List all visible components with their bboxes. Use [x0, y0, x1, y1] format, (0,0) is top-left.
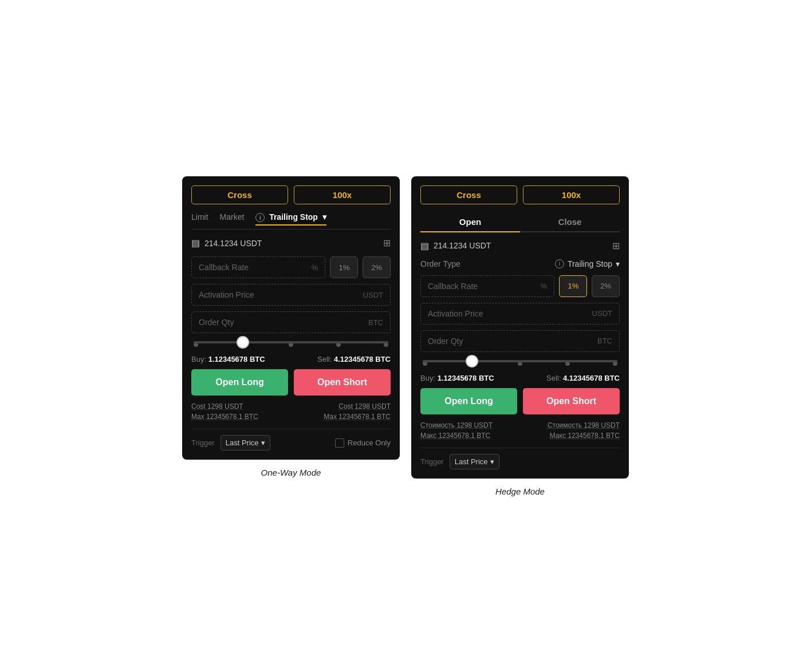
right-top-buttons: Cross 100x: [420, 185, 620, 204]
left-card-icon: ▤: [191, 238, 200, 248]
left-balance-value: 214.1234 USDT: [204, 239, 262, 248]
left-trigger-select[interactable]: Last Price ▾: [221, 435, 270, 450]
right-order-qty-label: Order Qty: [428, 337, 463, 346]
right-info-icon: i: [555, 259, 564, 268]
right-trigger-select[interactable]: Last Price ▾: [450, 454, 499, 469]
right-cross-button[interactable]: Cross: [420, 185, 517, 204]
right-open-long-button[interactable]: Open Long: [420, 388, 517, 414]
left-action-buttons: Open Long Open Short: [191, 369, 391, 396]
right-activation-price-row[interactable]: Activation Price USDT: [420, 303, 620, 325]
left-slider-container[interactable]: [191, 341, 391, 347]
right-buysell-row: Buy: 1.12345678 BTC Sell: 4.12345678 BTC: [420, 374, 620, 382]
right-order-qty-unit: BTC: [597, 337, 612, 345]
left-calc-icon[interactable]: ⊞: [383, 238, 391, 248]
left-tab-trailing-stop[interactable]: i Trailing Stop ▾: [255, 212, 326, 226]
right-balance-value: 214.1234 USDT: [434, 241, 491, 250]
right-sell-label: Sell: 4.12345678 BTC: [546, 374, 620, 382]
right-buy-label: Buy: 1.12345678 BTC: [420, 374, 494, 382]
right-open-short-button[interactable]: Open Short: [523, 388, 620, 414]
right-callback-unit: %: [541, 282, 548, 290]
right-order-type-value: Trailing Stop: [568, 259, 612, 268]
left-callback-input[interactable]: Callback Rate %: [191, 256, 325, 278]
right-order-type-row: Order Type i Trailing Stop ▾: [420, 259, 620, 268]
right-max-left: Макс 12345678.1 BTC: [420, 432, 490, 440]
left-leverage-button[interactable]: 100x: [294, 185, 391, 204]
left-last-price-label: Last Price: [226, 438, 259, 447]
left-cross-button[interactable]: Cross: [191, 185, 288, 204]
left-order-qty-label: Order Qty: [199, 318, 234, 327]
right-panel-wrapper: Cross 100x Open Close ▤ 214.1234 USDT ⊞ …: [411, 176, 629, 496]
left-max-row: Max 12345678.1 BTC Max 12345678.1 BTC: [191, 413, 391, 421]
left-tab-limit[interactable]: Limit: [191, 212, 208, 226]
panels-container: Cross 100x Limit Market i Trailing Stop …: [182, 176, 629, 496]
left-panel: Cross 100x Limit Market i Trailing Stop …: [182, 176, 400, 460]
right-cost-right: Стоимость 1298 USDT: [548, 421, 620, 429]
left-trigger-chevron: ▾: [261, 438, 265, 447]
right-tab-close[interactable]: Close: [520, 212, 620, 232]
right-trigger-row: Trigger Last Price ▾: [420, 448, 620, 469]
right-slider-track: [423, 360, 617, 362]
right-card-icon: ▤: [420, 240, 429, 251]
left-max-right: Max 12345678.1 BTC: [324, 413, 391, 421]
right-order-type-label: Order Type: [420, 259, 460, 268]
right-order-qty-row[interactable]: Order Qty BTC: [420, 330, 620, 352]
left-order-tabs: Limit Market i Trailing Stop ▾: [191, 212, 391, 230]
left-callback-row: Callback Rate % 1% 2%: [191, 256, 391, 278]
right-callback-btn1[interactable]: 1%: [559, 275, 587, 297]
left-cost-right: Cost 1298 USDT: [338, 402, 391, 410]
right-max-right: Макс 12345678.1 BTC: [550, 432, 620, 440]
left-slider-track: [194, 341, 388, 343]
right-order-type-selector[interactable]: i Trailing Stop ▾: [555, 259, 620, 268]
left-activation-price-row[interactable]: Activation Price USDT: [191, 284, 391, 306]
left-reduce-only-checkbox[interactable]: [335, 438, 344, 448]
left-order-qty-row[interactable]: Order Qty BTC: [191, 311, 391, 333]
right-hedge-tabs: Open Close: [420, 212, 620, 232]
right-order-type-chevron: ▾: [616, 259, 620, 268]
right-action-buttons: Open Long Open Short: [420, 388, 620, 414]
left-buy-label: Buy: 1.12345678 BTC: [191, 355, 265, 363]
right-panel: Cross 100x Open Close ▤ 214.1234 USDT ⊞ …: [411, 176, 629, 479]
left-trigger-row: Trigger Last Price ▾ Reduce Only: [191, 429, 391, 450]
left-tab-market[interactable]: Market: [220, 212, 245, 226]
left-buysell-row: Buy: 1.12345678 BTC Sell: 4.12345678 BTC: [191, 355, 391, 363]
right-cost-row: Стоимость 1298 USDT Стоимость 1298 USDT: [420, 421, 620, 429]
right-trigger-chevron: ▾: [490, 457, 494, 466]
right-slider-container[interactable]: [420, 360, 620, 366]
left-panel-label: One-Way Mode: [261, 468, 321, 477]
left-sell-label: Sell: 4.12345678 BTC: [317, 355, 391, 363]
left-cost-row: Cost 1298 USDT Cost 1298 USDT: [191, 402, 391, 410]
left-reduce-only-label: Reduce Only: [348, 438, 391, 447]
left-panel-wrapper: Cross 100x Limit Market i Trailing Stop …: [182, 176, 400, 478]
right-trigger-label: Trigger: [420, 457, 444, 466]
left-callback-unit: %: [312, 263, 318, 272]
right-panel-label: Hedge Mode: [495, 487, 545, 496]
right-callback-input[interactable]: Callback Rate %: [420, 275, 554, 297]
left-info-icon: i: [255, 213, 265, 222]
left-callback-btn1[interactable]: 1%: [330, 256, 358, 278]
right-cost-left: Стоимость 1298 USDT: [420, 421, 493, 429]
left-top-buttons: Cross 100x: [191, 185, 391, 204]
left-cost-left: Cost 1298 USDT: [191, 402, 243, 410]
left-order-qty-unit: BTC: [368, 318, 383, 327]
right-max-row: Макс 12345678.1 BTC Макс 12345678.1 BTC: [420, 432, 620, 440]
right-callback-row: Callback Rate % 1% 2%: [420, 275, 620, 297]
right-activation-price-label: Activation Price: [428, 309, 483, 318]
left-slider-thumb[interactable]: [237, 336, 249, 349]
left-trigger-label: Trigger: [191, 438, 215, 447]
left-max-left: Max 12345678.1 BTC: [191, 413, 258, 421]
left-balance-row: ▤ 214.1234 USDT ⊞: [191, 238, 391, 248]
right-activation-price-unit: USDT: [592, 309, 612, 318]
right-calc-icon[interactable]: ⊞: [612, 240, 620, 251]
left-activation-price-unit: USDT: [363, 291, 383, 299]
right-callback-btn2[interactable]: 2%: [592, 275, 620, 297]
right-leverage-button[interactable]: 100x: [523, 185, 620, 204]
left-callback-label: Callback Rate: [199, 263, 249, 272]
right-slider-thumb[interactable]: [466, 355, 478, 367]
right-last-price-label: Last Price: [455, 457, 488, 466]
left-open-short-button[interactable]: Open Short: [294, 369, 391, 396]
left-callback-btn2[interactable]: 2%: [363, 256, 391, 278]
left-open-long-button[interactable]: Open Long: [191, 369, 288, 396]
right-balance-row: ▤ 214.1234 USDT ⊞: [420, 240, 620, 251]
right-tab-open[interactable]: Open: [420, 212, 520, 232]
left-activation-price-label: Activation Price: [199, 290, 254, 299]
